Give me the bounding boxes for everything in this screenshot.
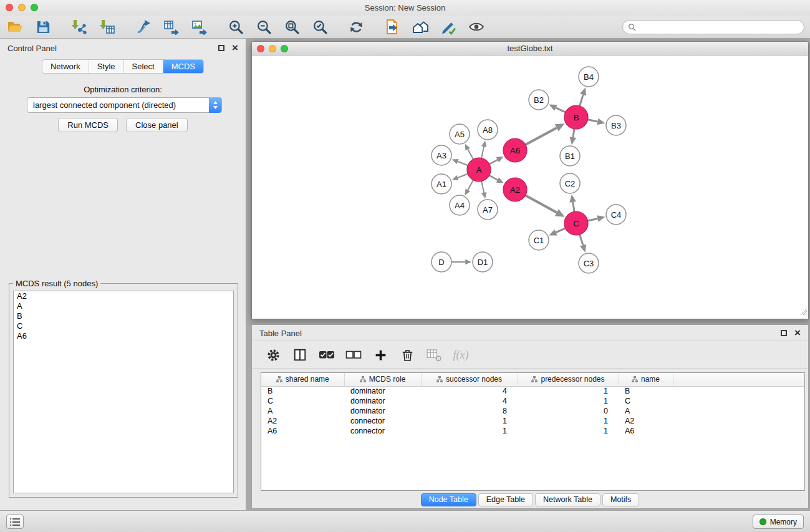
table-cell[interactable]: A (261, 406, 344, 416)
network-edge[interactable] (468, 180, 473, 190)
search-input[interactable] (639, 21, 804, 33)
table-cell[interactable]: connector (344, 426, 421, 436)
function-builder-button[interactable]: f(x) (452, 346, 470, 364)
network-edge[interactable] (580, 95, 584, 106)
optimization-criterion-dropdown[interactable]: largest connected component (directed) (27, 97, 222, 113)
table-cell[interactable]: dominator (344, 386, 421, 396)
column-header-successor-nodes[interactable]: successor nodes (421, 373, 518, 386)
zoom-fit-button[interactable] (282, 17, 302, 36)
mcds-result-item[interactable]: A2 (14, 291, 233, 301)
tab-style[interactable]: Style (89, 60, 124, 73)
mcds-result-list[interactable]: A2ABCA6 (13, 291, 234, 493)
tab-node-table[interactable]: Node Table (421, 493, 476, 506)
tab-edge-table[interactable]: Edge Table (478, 493, 533, 506)
mcds-result-item[interactable]: B (14, 311, 233, 321)
mcds-result-item[interactable]: A (14, 301, 233, 311)
table-cell[interactable]: dominator (344, 396, 421, 406)
table-cell[interactable]: 1 (421, 416, 518, 426)
export-network-button[interactable] (133, 17, 153, 36)
table-cell[interactable]: A2 (619, 416, 673, 426)
apply-style-button[interactable] (438, 17, 458, 36)
close-table-panel-icon[interactable]: × (794, 326, 801, 340)
refresh-layout-button[interactable] (346, 17, 366, 36)
zoom-network-window-button[interactable] (281, 45, 288, 52)
network-edge[interactable] (489, 160, 498, 164)
tab-motifs[interactable]: Motifs (602, 493, 639, 506)
column-header-shared-name[interactable]: shared name (261, 373, 344, 386)
home-button[interactable] (410, 17, 430, 36)
network-edge[interactable] (573, 202, 574, 211)
tab-network-table[interactable]: Network Table (535, 493, 600, 506)
table-cell[interactable]: A (619, 406, 673, 416)
import-table-button[interactable] (97, 17, 117, 36)
network-edge[interactable] (526, 195, 557, 213)
table-row[interactable]: Cdominator41C (261, 396, 804, 406)
column-header-name[interactable]: name (619, 373, 673, 386)
column-header-mcds-role[interactable]: MCDS role (344, 373, 421, 386)
network-canvas[interactable]: B4B2BB3A5A8A6B1A3AA2C2A1A4A7C4CC1C3DD1 (252, 56, 808, 319)
network-edge[interactable] (588, 218, 598, 220)
network-edge[interactable] (588, 120, 598, 122)
delete-table-button[interactable] (425, 346, 443, 364)
float-table-panel-button[interactable] (781, 330, 787, 336)
table-cell[interactable]: 8 (421, 406, 518, 416)
close-panel-button[interactable]: Close panel (126, 118, 188, 132)
network-edge[interactable] (481, 181, 484, 193)
tab-select[interactable]: Select (124, 60, 163, 73)
tab-network[interactable]: Network (42, 60, 89, 73)
export-image-button[interactable] (190, 17, 210, 36)
task-history-button[interactable] (6, 515, 24, 529)
table-settings-button[interactable] (264, 346, 282, 364)
table-cell[interactable]: B (261, 386, 344, 396)
table-cell[interactable]: connector (344, 416, 421, 426)
table-cell[interactable]: 0 (518, 406, 619, 416)
table-cell[interactable]: B (619, 386, 673, 396)
table-cell[interactable]: 1 (421, 426, 518, 436)
table-row[interactable]: Bdominator41B (261, 386, 804, 396)
column-header-predecessor-nodes[interactable]: predecessor nodes (518, 373, 619, 386)
close-network-window-button[interactable] (257, 45, 264, 52)
select-all-button[interactable] (318, 346, 335, 364)
network-edge[interactable] (458, 174, 468, 178)
resize-grip[interactable] (799, 307, 808, 318)
export-table-button[interactable] (162, 17, 181, 36)
network-edge[interactable] (458, 162, 468, 165)
table-cell[interactable]: 1 (518, 386, 619, 396)
table-cell[interactable]: C (619, 396, 673, 406)
table-cell[interactable]: 4 (421, 396, 518, 406)
table-cell[interactable]: 1 (518, 426, 619, 436)
table-cell[interactable]: 1 (518, 396, 619, 406)
mcds-result-item[interactable]: A6 (14, 331, 233, 341)
table-cell[interactable]: A6 (619, 426, 673, 436)
delete-columns-button[interactable] (398, 346, 416, 364)
network-edge[interactable] (573, 129, 574, 137)
mcds-result-item[interactable]: C (14, 321, 233, 331)
network-edge[interactable] (556, 228, 566, 233)
import-network-button[interactable] (69, 17, 89, 36)
table-row[interactable]: A6connector11A6 (261, 426, 804, 436)
network-edge[interactable] (468, 149, 473, 159)
new-column-button[interactable] (372, 346, 389, 364)
close-panel-icon[interactable]: × (232, 41, 238, 55)
zoom-out-button[interactable] (254, 17, 274, 36)
table-cell[interactable]: 1 (518, 416, 619, 426)
zoom-in-button[interactable] (226, 17, 246, 36)
memory-button[interactable]: Memory (753, 515, 804, 529)
show-hide-button[interactable] (466, 17, 486, 36)
table-cell[interactable]: A6 (261, 426, 344, 436)
deselect-all-button[interactable] (345, 346, 362, 364)
table-cell[interactable]: 4 (421, 386, 518, 396)
save-session-button[interactable] (33, 17, 53, 36)
table-row[interactable]: A2connector11A2 (261, 416, 804, 426)
network-edge[interactable] (580, 235, 583, 245)
network-edge[interactable] (489, 175, 498, 180)
float-panel-button[interactable] (218, 45, 224, 51)
table-cell[interactable]: A2 (261, 416, 344, 426)
show-columns-button[interactable] (291, 346, 309, 364)
zoom-selected-button[interactable] (310, 17, 330, 36)
tab-mcds[interactable]: MCDS (163, 60, 203, 73)
network-edge[interactable] (556, 108, 565, 112)
table-row[interactable]: Adominator80A (261, 406, 804, 416)
network-edge[interactable] (481, 147, 484, 158)
network-edge[interactable] (526, 128, 557, 145)
